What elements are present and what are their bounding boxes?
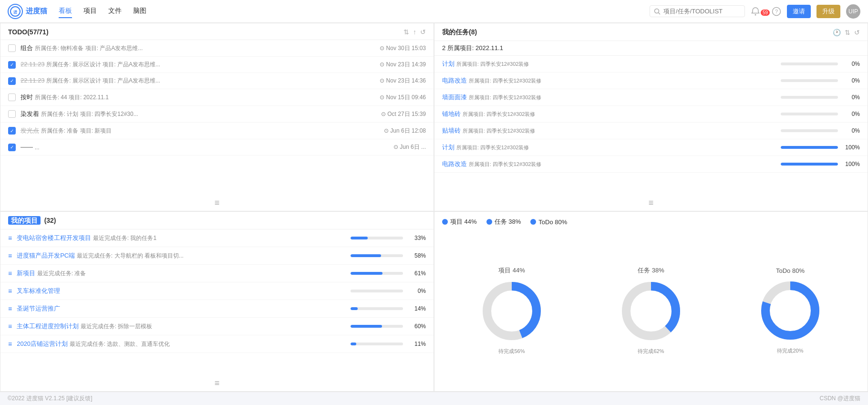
- svg-point-2: [655, 9, 659, 13]
- todo-panel-actions: ⇅ ↑ ↺: [403, 28, 426, 36]
- task-name-link[interactable]: 墙面面漆: [442, 93, 467, 101]
- sort-icon2[interactable]: ⇅: [845, 29, 850, 36]
- todo-item: 组合 所属任务: 物料准备 项目: 产品A发布思维... ⊙ Nov 30日 1…: [0, 40, 434, 57]
- task-pct: 0%: [842, 111, 860, 117]
- mytasks-panel-header: 我的任务(8) 🕐 ⇅ ↺: [434, 23, 868, 41]
- todo-checkbox[interactable]: ✓: [8, 144, 16, 151]
- footer-right: CSDN @进度猫: [819, 395, 860, 403]
- project-info: 叉车标准化管理: [17, 287, 346, 295]
- upgrade-button[interactable]: 升级: [816, 5, 840, 18]
- donut-svg-container: [757, 277, 824, 345]
- todo-task-meta: ...: [35, 144, 40, 151]
- avatar[interactable]: UIP: [846, 4, 860, 19]
- task-item: 墙面面漆 所属项目: 四季长安12#302装修 0%: [434, 89, 868, 106]
- proj-progress-bar: [351, 254, 403, 257]
- chart-panel: 项目 44% 任务 38% ToDo 80% 项目 44% 待完成56% 任务 …: [434, 211, 868, 392]
- project-name[interactable]: 圣诞节运营推广: [17, 305, 60, 312]
- search-input[interactable]: [663, 8, 730, 15]
- task-progress-bar: [781, 62, 838, 65]
- todo-filter[interactable]: ≡: [0, 195, 434, 211]
- todo-task-meta: 所属任务: 展示区设计 项目: 产品A发布思维...: [46, 61, 160, 68]
- project-item: ≡ 主体工程进度控制计划 最近完成任务: 拆除一层模板 60%: [0, 318, 434, 335]
- project-name[interactable]: 主体工程进度控制计划: [17, 322, 79, 330]
- donut-title: 项目 44%: [498, 266, 525, 275]
- project-name[interactable]: 2020店铺运营计划: [17, 340, 68, 347]
- todo-task-name: 按时: [21, 93, 33, 101]
- todo-date: ⊙ Jun 6日 ...: [393, 143, 426, 151]
- todo-item: 按时 所属任务: 44 项目: 2022.11.1 ⊙ Nov 15日 09:4…: [0, 89, 434, 106]
- proj-progress-bar: [351, 237, 403, 239]
- chart-legend: 项目 44% 任务 38% ToDo 80%: [442, 218, 860, 226]
- task-progress-bar: [781, 146, 838, 149]
- todo-checkbox[interactable]: ✓: [8, 77, 16, 85]
- project-name[interactable]: 变电站宿舍楼工程开发项目: [17, 234, 91, 241]
- task-name-link[interactable]: 电路改造: [442, 160, 467, 167]
- todo-checkbox[interactable]: ✓: [8, 61, 16, 69]
- project-info: 主体工程进度控制计划 最近完成任务: 拆除一层模板: [17, 322, 346, 331]
- todo-checkbox[interactable]: [8, 44, 16, 52]
- sort-asc-icon[interactable]: ↑: [413, 28, 416, 36]
- proj-progress-bar: [351, 290, 403, 292]
- projects-panel: 我的项目 (32) ≡ 变电站宿舍楼工程开发项目 最近完成任务: 我的任务1 3…: [0, 211, 434, 392]
- todo-date: ⊙ Oct 27日 15:39: [381, 110, 426, 118]
- todo-item: ✓ 22.11.23 所属任务: 展示区设计 项目: 产品A发布思维... ⊙ …: [0, 73, 434, 89]
- clock-icon[interactable]: 🕐: [833, 29, 841, 36]
- todo-task-meta: 所属任务: 计划 项目: 四季长安12#30...: [41, 111, 138, 117]
- project-name[interactable]: 进度猫产品开发PC端: [17, 252, 75, 259]
- project-info: 进度猫产品开发PC端 最近完成任务: 大导航栏的 看板和项目切...: [17, 251, 346, 260]
- donut-sublabel: 待完成20%: [777, 347, 803, 354]
- nav-kanban[interactable]: 看板: [59, 5, 72, 18]
- topnav: 进 进度猫 看板 项目 文件 脑图 59 ? 邀请 升级 UIP: [0, 0, 868, 23]
- project-name[interactable]: 叉车标准化管理: [17, 287, 60, 294]
- task-meta: 所属项目: 四季长安12#302装修: [456, 61, 529, 67]
- task-progress-bar: [781, 113, 838, 115]
- task-pct: 0%: [842, 127, 860, 134]
- todo-checkbox[interactable]: [8, 110, 16, 118]
- todo-text: 组合 所属任务: 物料准备 项目: 产品A发布思维...: [21, 44, 375, 52]
- nav-mindmap[interactable]: 脑图: [133, 5, 146, 18]
- mytasks-panel-actions: 🕐 ⇅ ↺: [833, 29, 860, 36]
- legend-item: 任务 38%: [486, 218, 521, 226]
- nav-links: 看板 项目 文件 脑图: [59, 5, 146, 18]
- help-icon[interactable]: ?: [772, 7, 781, 16]
- mytasks-filter[interactable]: ≡: [434, 195, 868, 211]
- todo-checkbox[interactable]: ✓: [8, 127, 16, 135]
- donut-title: 任务 38%: [638, 266, 664, 275]
- donut-wrapper: ToDo 80% 待完成20%: [757, 267, 824, 354]
- task-name-link[interactable]: 铺地砖: [442, 110, 461, 117]
- task-name-link[interactable]: 电路改造: [442, 77, 467, 84]
- logo: 进 进度猫: [8, 4, 47, 19]
- project-item: ≡ 叉车标准化管理 0%: [0, 282, 434, 300]
- project-icon: ≡: [8, 252, 12, 260]
- nav-files[interactable]: 文件: [108, 5, 122, 18]
- topnav-right: 59 ? 邀请 升级 UIP: [650, 4, 860, 19]
- refresh-icon[interactable]: ↺: [420, 28, 426, 36]
- todo-item: 染发着 所属任务: 计划 项目: 四季长安12#30... ⊙ Oct 27日 …: [0, 106, 434, 123]
- projects-list: ≡ 变电站宿舍楼工程开发项目 最近完成任务: 我的任务1 33% ≡ 进度猫产品…: [0, 229, 434, 375]
- todo-text: 按时 所属任务: 44 项目: 2022.11.1: [21, 93, 375, 102]
- nav-project[interactable]: 项目: [83, 5, 97, 18]
- task-item-name: 墙面面漆 所属项目: 四季长安12#302装修: [442, 93, 777, 102]
- project-name[interactable]: 新项目: [17, 270, 35, 277]
- proj-progress-fill: [351, 343, 356, 345]
- task-meta: 所属项目: 四季长安12#302装修: [463, 128, 536, 134]
- todo-checkbox[interactable]: [8, 93, 16, 101]
- search-box[interactable]: [650, 5, 745, 17]
- projects-title-highlight: 我的项目: [8, 216, 41, 225]
- task-group-header: 2 所属项目: 2022.11.1: [434, 41, 868, 56]
- notification-icon[interactable]: [751, 7, 760, 16]
- invite-button[interactable]: 邀请: [787, 5, 811, 18]
- task-name-link[interactable]: 贴墙砖: [442, 127, 461, 134]
- task-name-link[interactable]: 计划: [442, 144, 455, 151]
- svg-point-4: [755, 14, 756, 15]
- todo-item: ✓ 22.11.23 所属任务: 展示区设计 项目: 产品A发布思维... ⊙ …: [0, 57, 434, 73]
- sort-icon[interactable]: ⇅: [403, 28, 409, 36]
- task-name-link[interactable]: 计划: [442, 60, 455, 67]
- projects-filter[interactable]: ≡: [0, 375, 434, 391]
- task-meta: 所属项目: 四季长安12#302装修: [469, 94, 542, 100]
- project-info: 圣诞节运营推广: [17, 304, 346, 313]
- refresh-icon2[interactable]: ↺: [854, 29, 860, 36]
- task-item: 铺地砖 所属项目: 四季长安12#302装修 0%: [434, 106, 868, 123]
- proj-progress-fill: [351, 237, 368, 239]
- task-item-name: 电路改造 所属项目: 四季长安12#302装修: [442, 76, 777, 85]
